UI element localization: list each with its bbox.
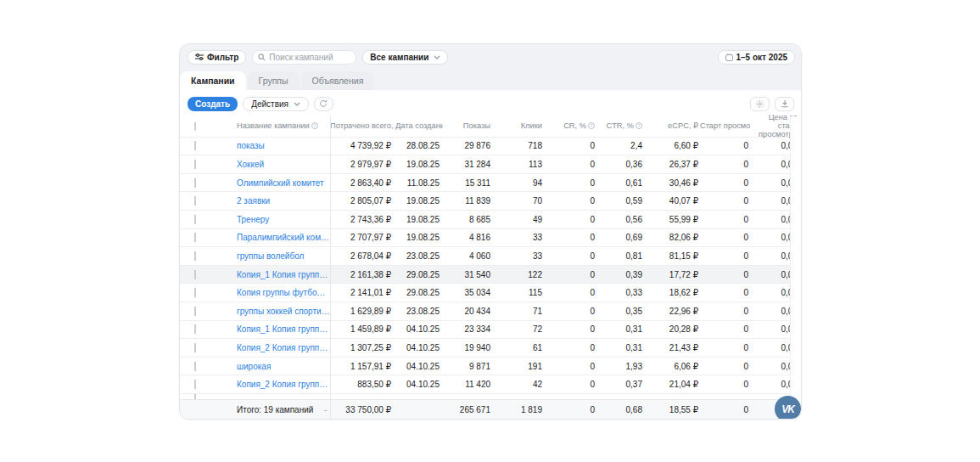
campaign-name-link[interactable]: Хоккей: [237, 160, 330, 169]
totals-cr: 0: [543, 405, 596, 414]
cell-ecpc: 81,15 ₽: [644, 251, 700, 261]
cell-ecpc: 6,06 ₽: [644, 362, 700, 371]
cell-clicks: 122: [492, 270, 543, 279]
vertical-scrollbar[interactable]: [790, 116, 801, 419]
create-button[interactable]: Создать: [188, 97, 238, 111]
tab-campaigns[interactable]: Кампании: [180, 71, 246, 90]
cell-view-start: 0: [700, 233, 750, 242]
cell-clicks: 115: [492, 288, 543, 297]
campaign-name-link[interactable]: показы: [237, 141, 330, 150]
row-checkbox[interactable]: [194, 324, 196, 334]
row-checkbox[interactable]: [194, 215, 196, 224]
campaign-name-link[interactable]: широкая: [237, 362, 330, 371]
campaign-name-link[interactable]: Копия_1 Копия группы футбол 1...: [237, 324, 330, 334]
campaigns-table: Название кампании?Потрачено всего, ₽ ↓Да…: [180, 116, 801, 419]
totals-dash: -: [324, 405, 327, 414]
cell-view-start: 0: [700, 251, 750, 261]
hint-question-icon[interactable]: ?: [588, 122, 595, 129]
table-row: Олимпийский комитет 2 863,40 ₽ 11.08.25 …: [180, 173, 801, 192]
table-footer-row: Итого: 19 кампаний - 33 750,00 ₽ 265 671…: [180, 399, 801, 419]
row-checkbox[interactable]: [194, 233, 196, 242]
cell-view-start: 0: [700, 343, 750, 352]
hint-question-icon[interactable]: ?: [636, 122, 642, 129]
cell-clicks: 61: [492, 343, 543, 352]
campaign-name-link[interactable]: группы волейбол: [237, 251, 330, 261]
row-checkbox[interactable]: [194, 178, 196, 188]
campaign-name-link[interactable]: Копия_1 Копия группы футбол 1...: [237, 270, 330, 279]
column-divider: [330, 116, 331, 419]
cell-ctr: 0,69: [596, 233, 644, 242]
cell-date: 23.08.25: [395, 251, 443, 261]
cell-ctr: 0,31: [596, 324, 644, 334]
cell-cr: 0: [543, 233, 596, 242]
cell-clicks: 42: [492, 380, 543, 389]
search-input[interactable]: [269, 53, 350, 62]
column-header-ctr[interactable]: CTR, %?: [596, 122, 644, 131]
row-checkbox[interactable]: [194, 362, 196, 371]
filter-button[interactable]: Фильтр: [188, 50, 246, 65]
cell-cr: 0: [543, 362, 596, 371]
search-box: [252, 50, 356, 65]
row-checkbox[interactable]: [194, 196, 196, 206]
column-header-clicks[interactable]: Клики: [492, 122, 543, 131]
date-range-picker[interactable]: 1–5 окт 2025: [718, 50, 796, 65]
cell-view-start: 0: [700, 288, 750, 297]
column-header-name[interactable]: Название кампании?: [234, 122, 330, 131]
column-header-cr[interactable]: CR, %?: [543, 122, 596, 131]
cell-impressions: 9 871: [443, 362, 492, 371]
tab-ads[interactable]: Объявления: [301, 71, 375, 90]
cell-clicks: 33: [492, 251, 543, 261]
cell-spent: 2 141,01 ₽: [330, 288, 395, 297]
table-row: Копия_1 Копия группы футбол 1... 1 459,8…: [180, 320, 801, 339]
campaign-scope-dropdown[interactable]: Все кампании: [362, 50, 448, 65]
column-header-spent[interactable]: Потрачено всего, ₽ ↓: [330, 122, 395, 131]
cell-view-start: 0: [700, 160, 750, 169]
export-button[interactable]: [775, 97, 794, 111]
row-checkbox[interactable]: [194, 288, 196, 297]
row-checkbox[interactable]: [194, 393, 196, 399]
cell-view-start: 0: [700, 141, 750, 150]
campaign-name-link[interactable]: 2 заявки: [237, 196, 330, 206]
row-checkbox[interactable]: [194, 141, 196, 150]
table-row: показы 4 739,92 ₽ 28.08.25 29 876 718 0 …: [180, 137, 801, 155]
campaign-name-link[interactable]: Тренеру: [237, 215, 330, 224]
row-checkbox[interactable]: [194, 270, 196, 279]
campaign-name-link[interactable]: Паралимпийский комитет: [237, 233, 330, 242]
campaign-name-link[interactable]: группы хоккей спортинтерес: [237, 307, 330, 316]
settings-button[interactable]: [750, 97, 770, 111]
table-row: Копия_2 Копия группы футбол ... 1 307,25…: [180, 338, 801, 357]
cell-view-start: 0: [700, 307, 750, 316]
refresh-button[interactable]: [314, 97, 333, 111]
actions-dropdown-button[interactable]: Действия: [243, 97, 309, 111]
cell-ctr: 0,59: [596, 196, 644, 206]
cell-clicks: 70: [492, 196, 543, 206]
cell-ecpc: 20,28 ₽: [644, 324, 700, 334]
row-checkbox[interactable]: [194, 307, 196, 316]
row-checkbox[interactable]: [194, 343, 196, 352]
column-header-impressions[interactable]: Показы: [443, 122, 492, 131]
select-all-checkbox[interactable]: [194, 122, 196, 131]
row-checkbox[interactable]: [194, 160, 196, 169]
campaign-name-link[interactable]: Олимпийский комитет: [237, 178, 330, 188]
column-header-ecpc[interactable]: eCPC, ₽: [644, 122, 700, 131]
cell-date: 04.10.25: [395, 324, 443, 334]
download-icon: [781, 99, 789, 108]
date-range-label: 1–5 окт 2025: [736, 53, 788, 62]
toolbar: Фильтр Все кампании: [180, 44, 801, 65]
cell-cr: 0: [543, 251, 596, 261]
campaign-scope-label: Все кампании: [370, 53, 428, 62]
totals-view-start: 0: [700, 405, 750, 414]
actions-button-label: Действия: [251, 99, 288, 109]
column-header-view_start[interactable]: Старт просмотра: [700, 122, 750, 131]
campaign-name-link[interactable]: Копия_2 Копия группы футбол ...: [237, 343, 330, 352]
vk-logo[interactable]: VK: [775, 396, 801, 420]
row-checkbox[interactable]: [194, 251, 196, 261]
cell-clicks: 191: [492, 362, 543, 371]
campaign-name-link[interactable]: Копия_2 Копия группы футбол ...: [237, 380, 330, 389]
row-checkbox[interactable]: [194, 380, 196, 389]
campaign-name-link[interactable]: Копия группы футбол 1 заявка: [237, 288, 330, 297]
tab-groups[interactable]: Группы: [248, 71, 300, 90]
column-header-date[interactable]: Дата создания: [395, 122, 443, 131]
hint-question-icon[interactable]: ?: [311, 122, 318, 129]
cell-spent: 2 863,40 ₽: [330, 178, 395, 188]
